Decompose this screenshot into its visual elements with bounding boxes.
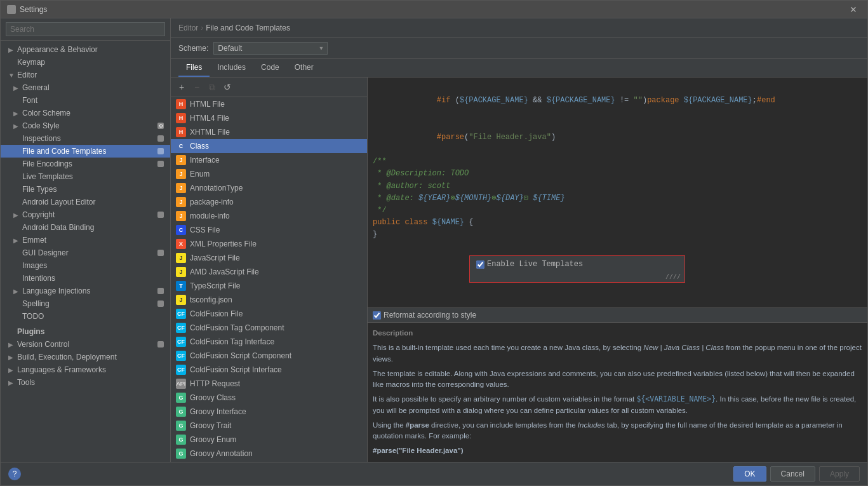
sidebar-item-build-execution[interactable]: ▶ Build, Execution, Deployment — [1, 351, 170, 363]
file-item[interactable]: CF ColdFusion Script Interface — [171, 363, 367, 377]
file-items-list: H HTML File H HTML4 File H XHTML File — [171, 97, 367, 462]
tab-code[interactable]: Code — [253, 59, 287, 77]
tab-other[interactable]: Other — [287, 59, 321, 77]
file-item[interactable]: J tsconfig.json — [171, 293, 367, 307]
file-item[interactable]: J Interface — [171, 153, 367, 167]
live-templates-label: Enable Live Templates — [487, 260, 583, 269]
sidebar-item-label: Languages & Frameworks — [17, 365, 106, 374]
sidebar-item-keymap[interactable]: Keymap — [1, 56, 170, 69]
live-templates-checkbox-label[interactable]: Enable Live Templates — [476, 260, 583, 269]
sidebar-item-android-data-binding[interactable]: Android Data Binding — [1, 221, 170, 234]
sidebar-item-language-injections[interactable]: ▶ Language Injections — [1, 285, 170, 297]
file-type-icon: H — [176, 99, 186, 109]
search-input[interactable] — [6, 22, 165, 36]
file-item[interactable]: H XHTML File — [171, 125, 367, 139]
reformat-checkbox[interactable] — [373, 311, 381, 320]
code-line-8: public class ${NAME} { — [373, 217, 862, 229]
sidebar-item-file-types[interactable]: File Types — [1, 183, 170, 196]
file-item[interactable]: J AMD JavaScript File — [171, 265, 367, 279]
file-item[interactable]: G Groovy Class — [171, 391, 367, 405]
sidebar-item-android-layout[interactable]: Android Layout Editor — [1, 196, 170, 208]
file-item[interactable]: G Groovy Interface — [171, 405, 367, 419]
file-item[interactable]: J Enum — [171, 167, 367, 181]
sidebar-item-version-control[interactable]: ▶ Version Control — [1, 338, 170, 351]
file-type-icon: C — [176, 225, 186, 235]
sidebar-item-code-style[interactable]: ▶ Code Style ⚙ — [1, 119, 170, 132]
sidebar-item-live-templates[interactable]: Live Templates — [1, 170, 170, 183]
apply-button[interactable]: Apply — [819, 466, 860, 482]
file-item[interactable]: G Groovy Enum — [171, 433, 367, 447]
sidebar-item-label: General — [22, 83, 50, 92]
badge-icon — [156, 340, 165, 349]
sidebar-item-font[interactable]: Font — [1, 94, 170, 107]
ok-button[interactable]: OK — [733, 466, 766, 482]
sidebar-item-inspections[interactable]: Inspections — [1, 132, 170, 145]
sidebar-item-todo[interactable]: TODO — [1, 310, 170, 323]
close-button[interactable]: ✕ — [846, 3, 861, 16]
file-item[interactable]: J module-info — [171, 209, 367, 223]
file-item[interactable]: CF ColdFusion Script Component — [171, 349, 367, 363]
sidebar-item-plugins[interactable]: Plugins — [1, 325, 170, 338]
file-item[interactable]: CF ColdFusion File — [171, 307, 367, 321]
file-item-name: Groovy Enum — [190, 435, 236, 444]
reset-template-button[interactable]: ↺ — [220, 80, 234, 94]
remove-template-button[interactable]: − — [190, 80, 204, 94]
file-item[interactable]: CF ColdFusion Tag Component — [171, 321, 367, 335]
file-item-name: tsconfig.json — [190, 295, 232, 304]
file-item-class[interactable]: C Class — [171, 139, 367, 153]
scheme-select[interactable]: Default — [213, 42, 328, 55]
sidebar-item-images[interactable]: Images — [1, 259, 170, 272]
file-item-name: XML Properties File — [190, 240, 257, 248]
file-item[interactable]: J AnnotationType — [171, 181, 367, 195]
file-item[interactable]: H HTML4 File — [171, 111, 367, 125]
description-para4: Using the #parse directive, you can incl… — [373, 420, 862, 442]
reformat-checkbox-label[interactable]: Reformat according to style — [373, 311, 476, 320]
sidebar-item-appearance[interactable]: ▶ Appearance & Behavior — [1, 43, 170, 56]
sidebar-item-label: File Types — [22, 185, 57, 194]
sidebar-item-emmet[interactable]: ▶ Emmet — [1, 234, 170, 246]
file-item-name: XHTML File — [190, 128, 230, 137]
file-item[interactable]: CF ColdFusion Tag Interface — [171, 335, 367, 349]
svg-text:⚙: ⚙ — [159, 123, 163, 129]
file-item-name: ColdFusion Script Component — [190, 351, 291, 360]
help-button[interactable]: ? — [8, 468, 21, 480]
file-type-icon: X — [176, 239, 186, 249]
sidebar-item-spelling[interactable]: Spelling — [1, 297, 170, 310]
code-editor[interactable]: #if (${PACKAGE_NAME} && ${PACKAGE_NAME} … — [368, 78, 867, 307]
sidebar-item-label: TODO — [22, 312, 44, 321]
file-item[interactable]: G Groovy Annotation — [171, 447, 367, 461]
file-item-name: ColdFusion Script Interface — [190, 365, 282, 374]
sidebar-item-intentions[interactable]: Intentions — [1, 272, 170, 285]
badge-icon — [156, 134, 165, 143]
sidebar-item-color-scheme[interactable]: ▶ Color Scheme — [1, 107, 170, 119]
sidebar-item-tools[interactable]: ▶ Tools — [1, 376, 170, 389]
sidebar-item-file-encodings[interactable]: File Encodings — [1, 158, 170, 170]
file-item[interactable]: API HTTP Request — [171, 377, 367, 391]
file-type-icon: J — [176, 253, 186, 263]
file-item[interactable]: J JavaScript File — [171, 251, 367, 265]
live-templates-checkbox[interactable] — [476, 260, 484, 269]
sidebar-item-gui-designer[interactable]: GUI Designer — [1, 246, 170, 259]
file-item[interactable]: G Groovy Trait — [171, 419, 367, 433]
expand-icon: ▶ — [8, 341, 15, 348]
sidebar-item-copyright[interactable]: ▶ Copyright — [1, 208, 170, 221]
sidebar-item-label: GUI Designer — [22, 248, 69, 257]
add-template-button[interactable]: + — [175, 80, 189, 94]
sidebar-item-editor[interactable]: ▼ Editor — [1, 69, 170, 81]
file-type-icon: H — [176, 127, 186, 137]
file-item[interactable]: H HTML File — [171, 97, 367, 111]
sidebar-item-file-code-templates[interactable]: File and Code Templates — [1, 145, 170, 158]
sidebar-item-general[interactable]: ▶ General — [1, 81, 170, 94]
file-item[interactable]: T TypeScript File — [171, 279, 367, 293]
file-item[interactable]: J package-info — [171, 195, 367, 209]
sidebar-item-languages[interactable]: ▶ Languages & Frameworks — [1, 363, 170, 376]
file-item[interactable]: X XML Properties File — [171, 237, 367, 251]
tab-includes[interactable]: Includes — [210, 59, 253, 77]
copy-template-button[interactable]: ⧉ — [205, 80, 219, 94]
sidebar-item-label: Android Data Binding — [22, 223, 94, 232]
file-item[interactable]: C CSS File — [171, 223, 367, 237]
file-item-name: HTML4 File — [190, 114, 229, 123]
expand-icon: ▶ — [8, 46, 15, 53]
cancel-button[interactable]: Cancel — [770, 466, 815, 482]
tab-files[interactable]: Files — [178, 59, 210, 77]
